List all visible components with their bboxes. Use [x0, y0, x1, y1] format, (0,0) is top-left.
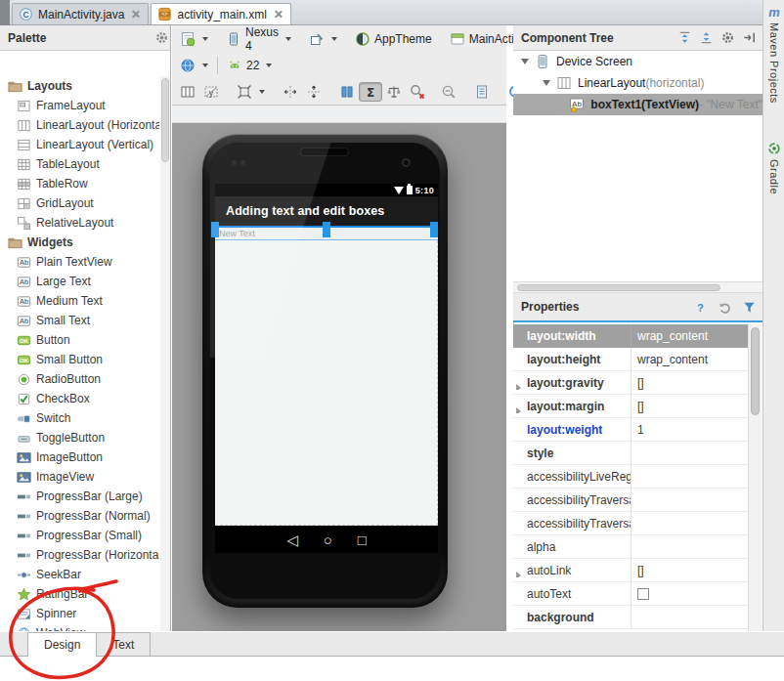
palette-item-plain-textview[interactable]: AbPlain TextView [0, 252, 159, 272]
palette-item-radiobutton[interactable]: RadioButton [0, 369, 159, 389]
selection-handle-mid-right[interactable] [430, 230, 438, 237]
property-value[interactable]: wrap_content [631, 324, 748, 347]
property-value[interactable] [631, 512, 748, 534]
property-value[interactable] [631, 606, 748, 628]
palette-item-progressbar-small-[interactable]: ProgressBar (Small) [0, 526, 159, 545]
tool-button-maven-projects[interactable]: mMaven Projects [763, 6, 784, 104]
tree-row-device-screen[interactable]: Device Screen [513, 51, 762, 72]
palette-item-tablerow[interactable]: TableRow [0, 174, 159, 193]
property-row-accessibilitytraversalbefore[interactable]: accessibilityTraversalBefore [513, 512, 748, 535]
selection-handle-top-center[interactable] [323, 222, 330, 230]
property-row-layout-gravity[interactable]: layout:gravity[] [513, 371, 748, 395]
theme-selector-button[interactable]: AppTheme [351, 29, 436, 49]
palette-item-gridlayout[interactable]: GridLayout [0, 193, 159, 213]
design-canvas[interactable]: 5:10 Adding text and edit boxes New Text [172, 106, 506, 631]
undo-icon[interactable] [718, 300, 732, 315]
property-value[interactable]: wrap_content [631, 348, 748, 370]
selection-handle-top-left[interactable] [211, 222, 219, 230]
checkbox-unchecked-icon[interactable] [637, 588, 649, 600]
property-value[interactable]: [] [631, 559, 748, 581]
property-value[interactable]: [] [631, 371, 748, 394]
property-row-layout-width[interactable]: layout:widthwrap_content [513, 324, 748, 348]
gear-icon[interactable] [720, 30, 735, 45]
property-value[interactable] [631, 442, 748, 464]
phone-screen[interactable]: 5:10 Adding text and edit boxes New Text [215, 184, 438, 553]
palette-item-medium-text[interactable]: AbMedium Text [0, 291, 159, 311]
property-row-layout-height[interactable]: layout:heightwrap_content [513, 348, 748, 371]
palette-item-linearlayout-vertical-[interactable]: LinearLayout (Vertical) [0, 135, 159, 154]
property-row-alpha[interactable]: alpha [513, 535, 748, 559]
property-row-autotext[interactable]: autoText [513, 582, 748, 606]
device-selector-button[interactable]: Nexus 4 [222, 23, 295, 55]
property-row-layout-margin[interactable]: layout:margin[] [513, 395, 748, 418]
layout-variants-button[interactable]: y [199, 82, 223, 102]
selection-handle-top-right[interactable] [430, 222, 438, 230]
properties-vscrollbar[interactable] [748, 324, 762, 631]
help-icon[interactable]: ? [693, 300, 708, 315]
property-value[interactable] [631, 582, 748, 605]
selection-handle-mid-left[interactable] [211, 230, 219, 237]
tool-button-gradle[interactable]: Gradle [763, 142, 784, 194]
palette-item-large-text[interactable]: AbLarge Text [0, 272, 159, 291]
close-tab-icon[interactable] [131, 10, 140, 19]
palette-item-tablelayout[interactable]: TableLayout [0, 154, 159, 174]
property-value[interactable] [631, 465, 748, 488]
palette-item-imagebutton[interactable]: ImageButton [0, 447, 159, 467]
palette-scrollbar[interactable] [160, 76, 170, 631]
property-value[interactable] [631, 535, 748, 558]
property-row-style[interactable]: style [513, 442, 748, 465]
api-selector-button[interactable]: 22 [223, 56, 276, 75]
orientation-selector-button[interactable] [305, 29, 341, 49]
palette-category-widgets[interactable]: Widgets [0, 233, 159, 252]
mode-tab-text[interactable]: Text [97, 632, 151, 657]
palette-item-switch[interactable]: Switch [0, 408, 159, 428]
palette-item-seekbar[interactable]: SeekBar [0, 565, 159, 584]
property-value[interactable]: 1 [631, 418, 748, 441]
palette-item-progressbar-normal-[interactable]: ProgressBar (Normal) [0, 506, 159, 526]
selection-handle-mid-center[interactable] [323, 230, 330, 237]
property-value[interactable] [631, 489, 748, 511]
hide-side-icon[interactable] [742, 30, 757, 45]
zoom-reset-button[interactable] [406, 82, 429, 102]
palette-item-linearlayout-horizontal-[interactable]: LinearLayout (Horizontal) [0, 115, 159, 135]
palette-item-webview[interactable]: WebView [0, 623, 159, 631]
property-row-layout-weight[interactable]: layout:weight1 [513, 418, 748, 442]
expand-vertical-button[interactable] [302, 82, 326, 102]
tree-expand-arrow-icon[interactable] [521, 59, 529, 64]
palette-item-relativelayout[interactable]: RelativeLayout [0, 213, 159, 233]
property-row-accessibilitytraversalafter[interactable]: accessibilityTraversalAfter [513, 489, 748, 512]
layout-content-area[interactable] [215, 240, 438, 526]
zoom-out-button[interactable] [437, 82, 460, 102]
tree-row-boxtext1[interactable]: AbboxText1 (TextView) - "New Text" [513, 94, 762, 115]
editor-tab-mainactivity-java[interactable]: CMainActivity.java [12, 3, 149, 24]
tree-row-linearlayout[interactable]: LinearLayout (horizontal) [513, 72, 762, 94]
expand-all-icon[interactable] [677, 30, 692, 45]
palette-item-button[interactable]: OKButton [0, 330, 159, 350]
palette-category-layouts[interactable]: Layouts [0, 76, 159, 96]
close-tab-icon[interactable] [274, 10, 283, 19]
property-expand-arrow-icon[interactable] [516, 384, 521, 390]
filter-icon[interactable] [742, 300, 757, 315]
mode-tab-design[interactable]: Design [27, 632, 97, 657]
palette-item-small-text[interactable]: AbSmall Text [0, 311, 159, 330]
show-blueprint-button[interactable] [335, 82, 359, 102]
component-tree-hscrollbar[interactable] [513, 281, 762, 293]
render-config-button[interactable] [176, 29, 212, 49]
palette-item-togglebutton[interactable]: ToggleButton [0, 428, 159, 447]
palette-item-progressbar-large-[interactable]: ProgressBar (Large) [0, 487, 159, 506]
property-row-accessibilityliveregion[interactable]: accessibilityLiveRegion [513, 465, 748, 489]
editor-tab-activity-main-xml[interactable]: <>activity_main.xml [151, 3, 290, 24]
expand-horizontal-button[interactable] [279, 82, 302, 102]
collapse-all-icon[interactable] [699, 30, 714, 45]
palette-item-small-button[interactable]: OKSmall Button [0, 350, 159, 369]
palette-item-framelayout[interactable]: FrameLayout [0, 96, 159, 115]
palette-item-ratingbar[interactable]: RatingBar [0, 584, 159, 604]
palette-item-spinner[interactable]: Spinner [0, 604, 159, 623]
property-row-autolink[interactable]: autoLink[] [513, 559, 748, 582]
zoom-fit-button[interactable] [233, 82, 269, 102]
property-expand-arrow-icon[interactable] [516, 407, 521, 413]
palette-item-progressbar-horizontal-[interactable]: ProgressBar (Horizontal) [0, 545, 159, 565]
layout-weights-button[interactable] [382, 82, 406, 102]
property-row-background[interactable]: background [513, 606, 748, 629]
property-value[interactable]: [] [631, 395, 748, 417]
